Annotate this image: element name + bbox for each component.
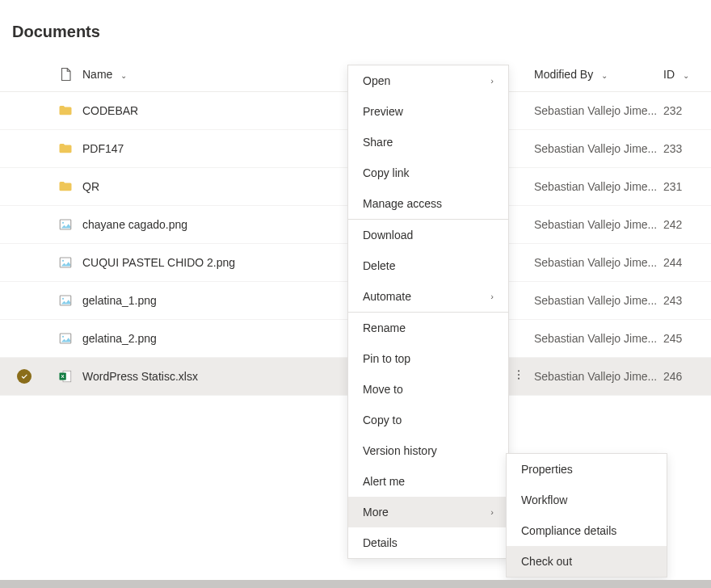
menu-item-label: Pin to top <box>363 352 410 365</box>
menu-item-label: Copy to <box>363 414 402 426</box>
menu-item-manage-access[interactable]: Manage access <box>348 188 508 219</box>
row-id: 242 <box>663 218 682 231</box>
modified-by: Sebastian Vallejo Jime... <box>534 256 657 269</box>
page-title: Documents <box>0 0 711 57</box>
svg-point-12 <box>518 374 520 376</box>
row-id: 243 <box>663 294 682 307</box>
image-icon <box>58 292 73 305</box>
chevron-right-icon: › <box>490 507 494 517</box>
selected-check-icon <box>17 369 32 384</box>
column-header-modified-by[interactable]: Modified By ⌄ <box>533 57 663 91</box>
svg-point-7 <box>62 335 64 337</box>
context-submenu-more: Properties Workflow Compliance details C… <box>506 453 667 578</box>
menu-item-label: Copy link <box>363 166 410 179</box>
menu-item-details[interactable]: Details <box>348 527 508 558</box>
submenu-item-properties[interactable]: Properties <box>507 454 667 485</box>
context-menu: Open› Preview Share Copy link Manage acc… <box>347 65 509 559</box>
svg-point-5 <box>62 297 64 299</box>
menu-item-label: Check out <box>521 555 572 568</box>
menu-item-automate[interactable]: Automate› <box>348 281 508 312</box>
svg-text:X: X <box>61 374 65 379</box>
file-name[interactable]: CUQUI PASTEL CHIDO 2.png <box>82 256 235 269</box>
menu-item-label: Automate <box>363 290 411 303</box>
submenu-item-compliance[interactable]: Compliance details <box>507 515 667 546</box>
menu-item-label: Workflow <box>521 494 567 506</box>
chevron-right-icon: › <box>490 292 494 301</box>
row-id: 245 <box>663 332 682 345</box>
folder-icon <box>58 178 73 191</box>
menu-item-label: Rename <box>363 321 406 334</box>
svg-point-13 <box>518 378 520 380</box>
menu-item-more[interactable]: More› <box>348 497 508 527</box>
file-name[interactable]: QR <box>82 180 99 193</box>
menu-item-share[interactable]: Share <box>348 127 508 158</box>
menu-item-label: Version history <box>363 444 437 457</box>
modified-by: Sebastian Vallejo Jime... <box>534 104 657 117</box>
image-icon <box>58 330 73 343</box>
menu-item-version-history[interactable]: Version history <box>348 435 508 466</box>
row-id: 231 <box>663 180 682 193</box>
chevron-down-icon: ⌄ <box>683 71 689 80</box>
row-id: 244 <box>663 256 682 269</box>
file-name[interactable]: gelatina_2.png <box>82 332 157 345</box>
menu-item-label: Alert me <box>363 475 405 488</box>
image-icon <box>58 216 73 229</box>
menu-item-copy-link[interactable]: Copy link <box>348 158 508 188</box>
menu-item-label: Download <box>363 229 413 242</box>
menu-item-alert-me[interactable]: Alert me <box>348 466 508 497</box>
menu-item-preview[interactable]: Preview <box>348 96 508 127</box>
more-actions-icon[interactable] <box>512 371 525 384</box>
column-header-id-label: ID <box>663 68 675 81</box>
menu-item-label: More <box>363 506 389 519</box>
modified-by: Sebastian Vallejo Jime... <box>534 142 657 155</box>
modified-by: Sebastian Vallejo Jime... <box>534 294 657 307</box>
menu-item-delete[interactable]: Delete <box>348 250 508 281</box>
chevron-down-icon: ⌄ <box>120 71 127 80</box>
folder-icon <box>58 103 73 116</box>
menu-item-pin-to-top[interactable]: Pin to top <box>348 343 508 374</box>
menu-item-label: Open <box>363 74 390 87</box>
row-id: 246 <box>663 370 682 383</box>
submenu-item-check-out[interactable]: Check out <box>507 546 667 577</box>
row-id: 232 <box>663 104 682 117</box>
modified-by: Sebastian Vallejo Jime... <box>534 218 657 231</box>
menu-item-label: Manage access <box>363 197 442 210</box>
menu-item-copy-to[interactable]: Copy to <box>348 405 508 435</box>
chevron-right-icon: › <box>490 76 494 86</box>
file-name[interactable]: CODEBAR <box>82 104 138 117</box>
row-id: 233 <box>663 142 682 155</box>
modified-by: Sebastian Vallejo Jime... <box>534 370 657 383</box>
file-name[interactable]: PDF147 <box>82 142 124 155</box>
menu-item-open[interactable]: Open› <box>348 65 508 96</box>
column-header-modified-by-label: Modified By <box>534 68 593 81</box>
file-name[interactable]: chayane cagado.png <box>82 218 187 231</box>
column-header-id[interactable]: ID ⌄ <box>663 57 711 91</box>
modified-by: Sebastian Vallejo Jime... <box>534 332 657 345</box>
footer-bar <box>0 580 711 588</box>
menu-item-label: Properties <box>521 463 573 476</box>
file-name[interactable]: gelatina_1.png <box>82 294 157 307</box>
excel-icon: X <box>58 368 73 381</box>
folder-icon <box>58 141 73 153</box>
menu-item-label: Delete <box>363 259 395 272</box>
submenu-item-workflow[interactable]: Workflow <box>507 485 667 515</box>
chevron-down-icon: ⌄ <box>601 71 608 80</box>
svg-point-1 <box>62 221 64 223</box>
file-name[interactable]: WordPress Statisc.xlsx <box>82 370 198 383</box>
image-icon <box>58 254 73 267</box>
file-header-icon <box>58 67 73 80</box>
svg-point-11 <box>518 370 520 372</box>
menu-item-rename[interactable]: Rename <box>348 313 508 343</box>
menu-item-move-to[interactable]: Move to <box>348 374 508 405</box>
svg-point-3 <box>62 259 64 261</box>
menu-item-label: Move to <box>363 383 403 396</box>
menu-item-label: Share <box>363 136 393 149</box>
modified-by: Sebastian Vallejo Jime... <box>534 180 657 193</box>
menu-item-label: Compliance details <box>521 524 616 537</box>
menu-item-label: Details <box>363 536 398 549</box>
menu-item-label: Preview <box>363 105 403 118</box>
menu-item-download[interactable]: Download <box>348 220 508 250</box>
column-header-name-label: Name <box>82 68 112 81</box>
